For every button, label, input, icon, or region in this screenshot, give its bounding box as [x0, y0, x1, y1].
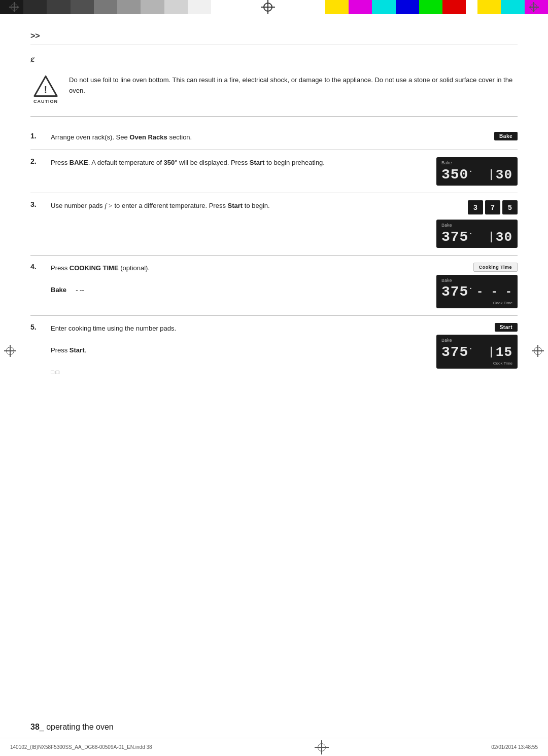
caution-icon-group: ! CAUTION — [30, 75, 61, 104]
steps-divider — [30, 116, 518, 117]
main-content: >> ȼ ! CAUTION Do not use foil to line o… — [30, 25, 518, 726]
oven-screen-label-5: Bake — [441, 338, 512, 343]
oven-screen-row-2: 350· ❘30 — [441, 166, 512, 183]
footer-left: 140102_(IB)NX58F5300SS_AA_DG68-00509A-01… — [10, 744, 152, 750]
oven-screen-4: Bake 375· - - - Cook Time — [436, 275, 518, 308]
page-number: 38 — [30, 723, 40, 731]
cb-gap-left — [211, 0, 258, 14]
oven-temp-2: 350· — [441, 167, 473, 183]
intro-symbol: ȼ — [30, 55, 35, 63]
step-1-content: Arrange oven rack(s). See Oven Racks sec… — [51, 132, 418, 142]
numpad-key-7: 7 — [485, 200, 500, 214]
step-4-content: Press COOKING TIME (optional). Bake - -- — [51, 263, 418, 295]
start-button-display: Start — [495, 323, 518, 332]
cb-swatch-cyan2 — [501, 0, 524, 14]
numpad-key-3: 3 — [468, 200, 483, 214]
step-5-content: Enter cooking time using the number pads… — [51, 323, 418, 377]
step-4-row: 4. Press COOKING TIME (optional). Bake -… — [30, 256, 518, 316]
step-1-display: Bake — [426, 132, 518, 140]
center-crosshair-container — [258, 0, 278, 14]
oven-sublabel-4: Cook Time — [441, 301, 512, 305]
cb-gap-small — [466, 0, 477, 14]
oven-temp-3: 375· — [441, 229, 473, 245]
left-mid-reg-mark — [4, 345, 16, 357]
cb-swatch-2 — [23, 0, 47, 14]
oven-temp-5: 375· — [441, 344, 473, 360]
bake-button-display-1: Bake — [494, 132, 518, 140]
oven-time-2: ❘30 — [487, 166, 512, 183]
oven-sublabel-5: Cook Time — [441, 361, 512, 366]
caution-block: ! CAUTION Do not use foil to line oven b… — [30, 75, 518, 104]
center-crosshair — [261, 0, 275, 14]
cb-swatch-red — [442, 0, 466, 14]
cb-swatch-green — [419, 0, 442, 14]
right-reg-mark — [529, 2, 539, 12]
right-mid-reg-mark — [532, 345, 544, 357]
cb-swatch-5 — [94, 0, 117, 14]
oven-screen-label-3: Bake — [441, 223, 512, 228]
step-1-number: 1. — [30, 132, 43, 140]
cb-swatch-yellow — [325, 0, 349, 14]
cb-swatch-6 — [117, 0, 141, 14]
intro-section: ȼ — [30, 53, 518, 65]
numpad-key-5: 5 — [502, 200, 518, 214]
cb-swatch-7 — [141, 0, 164, 14]
step-2-display: Bake 350· ❘30 — [426, 157, 518, 186]
footer-crosshair — [315, 740, 329, 754]
step-2-number: 2. — [30, 157, 43, 165]
left-reg-mark — [9, 2, 19, 12]
page-label: _ operating the oven — [40, 723, 114, 731]
caution-label: CAUTION — [33, 99, 58, 104]
oven-screen-label-4: Bake — [441, 278, 512, 283]
cb-swatch-cyan — [372, 0, 395, 14]
color-bar-top — [0, 0, 548, 14]
page-bottom: 38_ operating the oven — [30, 723, 114, 732]
caution-triangle-icon: ! — [32, 75, 59, 98]
cb-swatch-yellow2 — [477, 0, 501, 14]
footer-right: 02/01/2014 13:48:55 — [491, 744, 538, 750]
step-2-row: 2. Press BAKE. A default temperature of … — [30, 150, 518, 193]
step-3-row: 3. Use number pads f > to enter a differ… — [30, 193, 518, 256]
svg-text:!: ! — [44, 84, 47, 95]
oven-screen-3: Bake 375· ❘30 — [436, 220, 518, 248]
cb-swatch-4 — [71, 0, 94, 14]
step-4-display: Cooking Time Bake 375· - - - Cook Time — [426, 263, 518, 308]
step-1-row: 1. Arrange oven rack(s). See Oven Racks … — [30, 125, 518, 150]
cb-swatch-8 — [164, 0, 188, 14]
step-5-display: Start Bake 375· ❘15 Cook Time — [426, 323, 518, 369]
cb-swatch-blue — [396, 0, 419, 14]
oven-time-5: ❘15 — [487, 344, 512, 360]
step-5-row: 5. Enter cooking time using the number p… — [30, 316, 518, 384]
oven-screen-label-2: Bake — [441, 160, 512, 165]
step-3-content: Use number pads f > to enter a different… — [51, 200, 418, 211]
step-2-content: Press BAKE. A default temperature of 350… — [51, 157, 418, 168]
oven-screen-5: Bake 375· ❘15 Cook Time — [436, 335, 518, 369]
cooking-time-button-display: Cooking Time — [473, 263, 518, 272]
oven-time-4: - - - — [476, 285, 512, 298]
cb-swatch-3 — [47, 0, 70, 14]
step-3-number: 3. — [30, 200, 43, 208]
oven-time-3: ❘30 — [487, 229, 512, 245]
step-4-number: 4. — [30, 263, 43, 271]
top-nav: >> — [30, 25, 518, 45]
oven-temp-4: 375· — [441, 284, 473, 300]
caution-text: Do not use foil to line oven bottom. Thi… — [69, 75, 518, 96]
oven-screen-row-5: 375· ❘15 — [441, 344, 512, 360]
nav-arrows: >> — [30, 31, 40, 41]
oven-screen-row-3: 375· ❘30 — [441, 229, 512, 245]
step-5-number: 5. — [30, 323, 43, 331]
footer-bar: 140102_(IB)NX58F5300SS_AA_DG68-00509A-01… — [0, 738, 548, 756]
numpad-display-3: 3 7 5 — [468, 200, 518, 214]
step-3-display: 3 7 5 Bake 375· ❘30 — [426, 200, 518, 248]
oven-screen-2: Bake 350· ❘30 — [436, 157, 518, 186]
oven-screen-row-4: 375· - - - — [441, 284, 512, 300]
cb-swatch-magenta — [349, 0, 372, 14]
steps-section: 1. Arrange oven rack(s). See Oven Racks … — [30, 125, 518, 385]
cb-swatch-9 — [188, 0, 211, 14]
cb-gap-right — [278, 0, 325, 14]
